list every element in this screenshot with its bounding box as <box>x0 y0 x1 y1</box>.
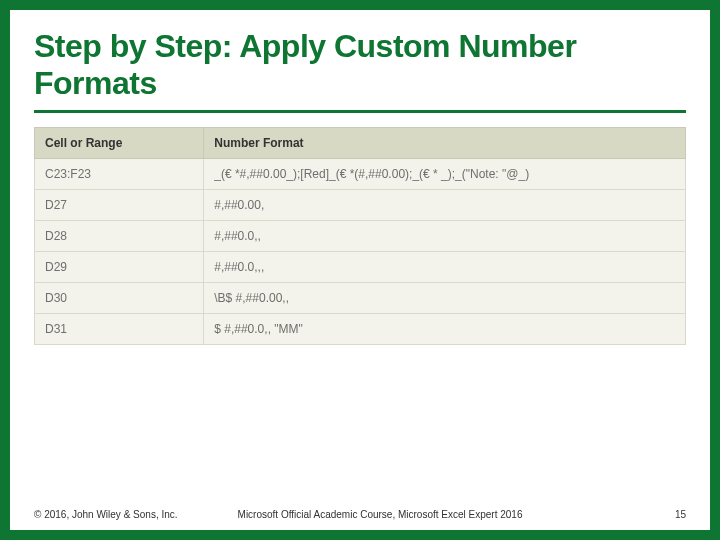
cell-format: $ #,##0.0,, "MM" <box>204 313 686 344</box>
table-row: D28 #,##0.0,, <box>35 220 686 251</box>
cell-format: #,##0.0,, <box>204 220 686 251</box>
cell-range: D28 <box>35 220 204 251</box>
header-cell-range: Cell or Range <box>35 127 204 158</box>
course-text: Microsoft Official Academic Course, Micr… <box>178 509 675 520</box>
page-number: 15 <box>675 509 686 520</box>
table-row: D29 #,##0.0,,, <box>35 251 686 282</box>
cell-format: _(€ *#,##0.00_);[Red]_(€ *(#,##0.00);_(€… <box>204 158 686 189</box>
cell-format: #,##0.0,,, <box>204 251 686 282</box>
cell-range: D31 <box>35 313 204 344</box>
cell-format: \B$ #,##0.00,, <box>204 282 686 313</box>
table-row: D30 \B$ #,##0.00,, <box>35 282 686 313</box>
cell-range: D29 <box>35 251 204 282</box>
table-row: C23:F23 _(€ *#,##0.00_);[Red]_(€ *(#,##0… <box>35 158 686 189</box>
table-header-row: Cell or Range Number Format <box>35 127 686 158</box>
cell-format: #,##0.00, <box>204 189 686 220</box>
cell-range: C23:F23 <box>35 158 204 189</box>
title-divider <box>34 110 686 113</box>
table-row: D31 $ #,##0.0,, "MM" <box>35 313 686 344</box>
copyright-text: © 2016, John Wiley & Sons, Inc. <box>34 509 178 520</box>
formats-table: Cell or Range Number Format C23:F23 _(€ … <box>34 127 686 345</box>
slide: Step by Step: Apply Custom Number Format… <box>10 10 710 530</box>
cell-range: D27 <box>35 189 204 220</box>
footer: © 2016, John Wiley & Sons, Inc. Microsof… <box>34 509 686 520</box>
page-title: Step by Step: Apply Custom Number Format… <box>34 28 686 102</box>
table-row: D27 #,##0.00, <box>35 189 686 220</box>
cell-range: D30 <box>35 282 204 313</box>
header-cell-format: Number Format <box>204 127 686 158</box>
